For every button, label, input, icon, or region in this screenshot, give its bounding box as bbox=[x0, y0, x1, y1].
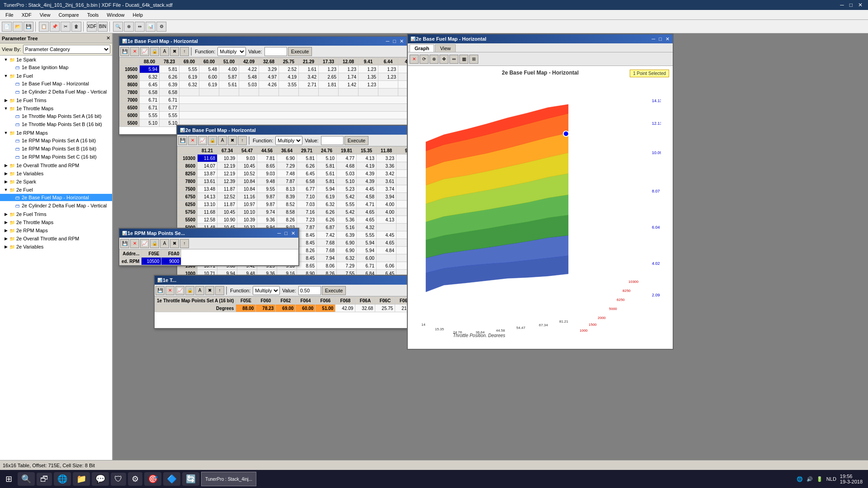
menu-compare[interactable]: Compare bbox=[55, 11, 82, 19]
win3-tb-close[interactable]: ✕ bbox=[130, 239, 139, 248]
win3-tb-label[interactable]: A bbox=[160, 239, 169, 248]
toolbar-xdf[interactable]: XDF bbox=[87, 22, 97, 32]
table-row[interactable]: 6500 6.71 6.77 bbox=[120, 104, 407, 112]
task-view-btn[interactable]: 🗗 bbox=[37, 473, 52, 486]
graph-tb-flat[interactable]: ▦ bbox=[459, 55, 468, 64]
win4-tb-save[interactable]: 💾 bbox=[156, 286, 165, 295]
win1-tb-up[interactable]: ↑ bbox=[180, 47, 189, 56]
graph-tb-close[interactable]: ✕ bbox=[410, 55, 419, 64]
shield-btn[interactable]: 🛡 bbox=[111, 473, 126, 486]
win3-tb-del[interactable]: ✖ bbox=[170, 239, 179, 248]
app2-btn[interactable]: 🔷 bbox=[163, 472, 180, 486]
win1-tb-close[interactable]: ✕ bbox=[130, 47, 139, 56]
win2-tb-save[interactable]: 💾 bbox=[178, 136, 187, 145]
table-row[interactable]: ed. RPM 10500 9000 bbox=[120, 258, 181, 265]
win2-tb-up[interactable]: ↑ bbox=[238, 136, 247, 145]
toolbar-cut[interactable]: ✂ bbox=[61, 22, 71, 32]
table-row[interactable]: 8600 14.07 12.19 10.45 8.65 7.29 6.26 5.… bbox=[178, 162, 416, 170]
toolbar-new[interactable]: 📄 bbox=[2, 22, 12, 32]
table-row[interactable]: 7800 13.61 12.39 10.84 9.48 7.87 6.58 5.… bbox=[178, 178, 416, 185]
graph-tb-pan[interactable]: ✥ bbox=[439, 55, 448, 64]
win4-tb-label[interactable]: A bbox=[195, 286, 204, 295]
toolbar-extra[interactable]: ⚙ bbox=[156, 22, 166, 32]
app1-btn[interactable]: 🎯 bbox=[144, 472, 161, 486]
win1-tb-lock[interactable]: 🔒 bbox=[150, 47, 159, 56]
param-tree-close-btn[interactable]: ✕ bbox=[106, 35, 110, 41]
win2-tb-close[interactable]: ✕ bbox=[188, 136, 197, 145]
maximize-btn[interactable]: □ bbox=[848, 2, 854, 8]
minimize-btn[interactable]: ─ bbox=[838, 2, 846, 8]
table-row[interactable]: 5750 11.68 10.45 10.10 9.74 8.58 7.16 6.… bbox=[178, 208, 416, 216]
win1-tb-label[interactable]: A bbox=[160, 47, 169, 56]
search-btn[interactable]: 🔍 bbox=[18, 472, 35, 486]
table-row[interactable]: 6750 14.13 12.52 11.16 9.87 8.39 7.10 6.… bbox=[178, 193, 416, 201]
graph-tab-view[interactable]: View bbox=[435, 44, 456, 52]
graph-maximize[interactable]: □ bbox=[657, 37, 663, 42]
graph-tb-grid[interactable]: ⊞ bbox=[469, 55, 478, 64]
win1-tb-del[interactable]: ✖ bbox=[170, 47, 179, 56]
win1-value-input[interactable]: 0.50 bbox=[264, 47, 287, 56]
graph-tb-zoom[interactable]: ⊕ bbox=[429, 55, 439, 64]
win1-tb-save[interactable]: 💾 bbox=[120, 47, 129, 56]
toolbar-zoom[interactable]: ⊕ bbox=[124, 22, 134, 32]
menu-window[interactable]: Window bbox=[103, 11, 128, 19]
win4-execute-btn[interactable]: Execute bbox=[322, 286, 346, 295]
win1-maximize[interactable]: □ bbox=[392, 39, 397, 44]
tree-item-2e-base-fuel-selected[interactable]: ▶ 🗃 2e Base Fuel Map - Horizontal bbox=[0, 194, 112, 201]
app3-btn[interactable]: 🔄 bbox=[182, 472, 199, 486]
win4-tb-close[interactable]: ✕ bbox=[165, 286, 175, 295]
settings-btn[interactable]: ⚙ bbox=[128, 472, 142, 486]
graph-tb-compare[interactable]: ⇔ bbox=[449, 55, 458, 64]
toolbar-paste[interactable]: 📌 bbox=[50, 22, 60, 32]
win3-minimize[interactable]: ─ bbox=[276, 231, 283, 236]
win2-tb-lock[interactable]: 🔒 bbox=[208, 136, 217, 145]
taskbar-tunerpro[interactable]: TunerPro : Stack_4inj... bbox=[201, 472, 256, 486]
edge-btn[interactable]: 🌐 bbox=[54, 472, 71, 486]
win1-close[interactable]: ✕ bbox=[398, 39, 405, 44]
win4-tb-lock[interactable]: 🔒 bbox=[185, 286, 194, 295]
toolbar-bin[interactable]: BIN bbox=[98, 22, 108, 32]
toolbar-save[interactable]: 💾 bbox=[24, 22, 33, 32]
win3-tb-save[interactable]: 💾 bbox=[120, 239, 129, 248]
win2-tb-del[interactable]: ✖ bbox=[228, 136, 237, 145]
menu-view[interactable]: View bbox=[36, 11, 54, 19]
win2-function-select[interactable]: Multiply bbox=[275, 136, 302, 145]
win3-tb-lock[interactable]: 🔒 bbox=[150, 239, 159, 248]
table-row[interactable]: 9000 6.32 6.26 6.19 6.00 5.87 5.48 4.97 … bbox=[120, 73, 407, 81]
win4-tb-chart[interactable]: 📈 bbox=[175, 286, 184, 295]
table-row[interactable]: 6000 5.55 5.55 bbox=[120, 112, 407, 119]
viewby-select[interactable]: Parameter Category bbox=[23, 45, 110, 54]
table-row[interactable]: 10500 5.94 5.81 5.55 5.48 4.00 4.22 3.29… bbox=[120, 66, 407, 73]
toolbar-compare[interactable]: ⇔ bbox=[135, 22, 145, 32]
win1-tb-chart[interactable]: 📈 bbox=[140, 47, 149, 56]
table-row[interactable]: 7000 6.71 6.71 bbox=[120, 96, 407, 104]
win4-tb-del[interactable]: ✖ bbox=[205, 286, 214, 295]
win4-function-select[interactable]: Multiply bbox=[253, 286, 280, 295]
win2-tb-label[interactable]: A bbox=[218, 136, 227, 145]
table-row[interactable]: 8600 6.45 6.39 6.32 6.19 5.61 5.03 4.26 … bbox=[120, 81, 407, 89]
win3-close[interactable]: ✕ bbox=[290, 231, 297, 236]
menu-tools[interactable]: Tools bbox=[84, 11, 103, 19]
toolbar-log[interactable]: 📊 bbox=[146, 22, 156, 32]
table-row[interactable]: 5500 12.58 10.90 10.39 9.36 8.26 7.23 6.… bbox=[178, 216, 416, 224]
graph-tab-graph[interactable]: Graph bbox=[410, 44, 434, 52]
graph-tb-rotate[interactable]: ⟳ bbox=[420, 55, 429, 64]
close-btn[interactable]: ✕ bbox=[856, 2, 864, 8]
win2-value-input[interactable]: 0.50 bbox=[321, 136, 344, 145]
chat-btn[interactable]: 💬 bbox=[92, 472, 109, 486]
win4-value-input[interactable] bbox=[298, 286, 321, 295]
graph-close[interactable]: ✕ bbox=[664, 37, 671, 42]
explorer-btn[interactable]: 📁 bbox=[73, 472, 90, 486]
win3-tb-chart[interactable]: 📈 bbox=[140, 239, 149, 248]
menu-help[interactable]: Help bbox=[129, 11, 146, 19]
win2-tb-chart[interactable]: 📈 bbox=[198, 136, 207, 145]
win1-function-select[interactable]: Multiply Add Subtract Divide bbox=[217, 47, 246, 56]
toolbar-copy[interactable]: 📋 bbox=[39, 22, 49, 32]
win1-minimize[interactable]: ─ bbox=[385, 39, 391, 44]
win1-execute-btn[interactable]: Execute bbox=[288, 47, 312, 56]
toolbar-open[interactable]: 📂 bbox=[13, 22, 23, 32]
menu-file[interactable]: File bbox=[2, 11, 17, 19]
toolbar-search[interactable]: 🔍 bbox=[113, 22, 123, 32]
table-row[interactable]: 7800 6.58 6.58 bbox=[120, 89, 407, 96]
table-row[interactable]: Degrees 88.00 78.23 69.00 60.00 51.00 42… bbox=[155, 305, 443, 312]
